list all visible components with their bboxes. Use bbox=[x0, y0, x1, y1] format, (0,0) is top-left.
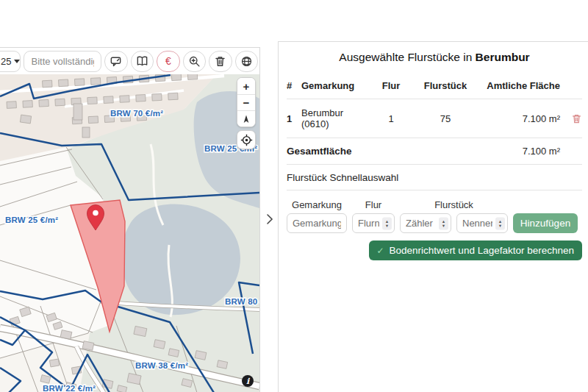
col-header-flurstueck: Flurstück bbox=[412, 76, 479, 99]
parcel-table: # Gemarkung Flur Flurstück Amtliche Fläc… bbox=[287, 76, 582, 99]
book-icon bbox=[136, 55, 148, 68]
page-title: Ausgewählte Flurstücke in Berumbur bbox=[287, 51, 582, 64]
address-search-input[interactable] bbox=[31, 56, 94, 67]
brw-label-22: BRW 22 €/m² bbox=[43, 384, 96, 392]
total-area-row: Gesamtfläche 7.100 m² bbox=[287, 138, 582, 164]
row-flur: 1 bbox=[370, 105, 412, 132]
label-flurstueck: Flurstück bbox=[400, 199, 508, 213]
col-header-num: # bbox=[287, 76, 301, 99]
zoom-search-button[interactable] bbox=[183, 51, 206, 72]
gemarkung-input[interactable] bbox=[287, 213, 347, 233]
bodenrichtwert-euro-button[interactable]: € bbox=[157, 51, 179, 72]
chevron-right-icon bbox=[265, 212, 275, 227]
col-header-flaeche: Amtliche Fläche bbox=[479, 76, 560, 99]
atlas-button[interactable] bbox=[131, 51, 154, 72]
map-tooltip-icon bbox=[110, 55, 122, 68]
trash-icon bbox=[571, 113, 582, 124]
zoom-in-button[interactable]: + bbox=[237, 78, 255, 94]
zoom-in-magnifier-icon bbox=[188, 55, 201, 68]
total-area-label: Gesamtfläche bbox=[287, 146, 352, 157]
label-gemarkung: Gemarkung bbox=[287, 199, 347, 213]
brw-label-25-left: BRW 25 €/m² bbox=[5, 215, 58, 224]
map-panel: 25 € bbox=[0, 47, 260, 392]
delete-row-button[interactable] bbox=[560, 105, 582, 132]
table-row: 1 Berumbur (0610) 1 75 7.100 m² bbox=[287, 99, 582, 138]
map-toolbar: 25 € bbox=[0, 48, 259, 74]
label-flur: Flur bbox=[352, 199, 395, 213]
flurstueck-panel: Ausgewählte Flurstücke in Berumbur # Gem… bbox=[278, 41, 588, 392]
quick-select-form-labels: Gemarkung Flur Flurstück bbox=[287, 199, 582, 213]
brw-label-70: BRW 70 €/m² bbox=[110, 109, 163, 118]
locate-target-icon bbox=[240, 134, 253, 146]
trash-icon bbox=[214, 55, 226, 68]
zoom-level-select[interactable]: 25 bbox=[0, 51, 21, 72]
row-gemarkung: Berumbur (0610) bbox=[301, 99, 370, 138]
brw-label-80: BRW 80 € bbox=[225, 297, 259, 306]
title-city: Berumbur bbox=[476, 51, 530, 63]
zoom-out-button[interactable]: − bbox=[237, 94, 255, 110]
row-flaeche: 7.100 m² bbox=[479, 105, 560, 132]
row-flurstueck: 75 bbox=[412, 105, 479, 132]
check-icon: ✓ bbox=[377, 246, 384, 256]
number-stepper-icon[interactable]: ▲▼ bbox=[439, 217, 448, 229]
col-header-gemarkung: Gemarkung bbox=[301, 76, 370, 99]
geolocate-button[interactable] bbox=[237, 130, 256, 149]
row-num: 1 bbox=[287, 105, 301, 132]
map-canvas[interactable]: BRW 70 €/m² BRW 25 €/m² BRW 25 €/m² BRW … bbox=[0, 74, 259, 392]
number-stepper-icon[interactable]: ▲▼ bbox=[382, 217, 392, 229]
address-search-field[interactable] bbox=[24, 51, 101, 72]
add-parcel-button[interactable]: Hinzufügen bbox=[513, 213, 578, 233]
number-stepper-icon[interactable]: ▲▼ bbox=[495, 217, 505, 229]
chevron-down-icon bbox=[14, 60, 20, 63]
basemap-button[interactable] bbox=[235, 51, 258, 72]
euro-icon: € bbox=[165, 55, 171, 67]
col-header-flur: Flur bbox=[370, 76, 412, 99]
calculate-button-label: Bodenrichtwert und Lagefaktor berechnen bbox=[390, 245, 574, 256]
quick-select-form: ▲▼ ▲▼ ▲▼ Hinzufügen bbox=[287, 213, 582, 233]
panel-collapse-button[interactable] bbox=[265, 212, 275, 227]
compass-needle-icon bbox=[240, 113, 252, 125]
title-prefix: Ausgewählte Flurstücke in bbox=[339, 51, 475, 63]
feature-info-button[interactable] bbox=[104, 51, 127, 72]
quick-select-heading: Flurstück Schnellauswahl bbox=[287, 165, 582, 190]
brw-label-38: BRW 38 €/m² bbox=[135, 361, 188, 370]
globe-icon bbox=[240, 55, 253, 68]
map-attribution-info-button[interactable]: i bbox=[242, 375, 254, 387]
calculate-button[interactable]: ✓ Bodenrichtwert und Lagefaktor berechne… bbox=[369, 240, 582, 260]
compass-reset-button[interactable] bbox=[237, 110, 255, 126]
zoom-level-value: 25 bbox=[1, 56, 11, 67]
total-area-value: 7.100 m² bbox=[523, 146, 560, 157]
map-viewport: BRW 70 €/m² BRW 25 €/m² BRW 25 €/m² BRW … bbox=[0, 74, 259, 392]
map-zoom-controls: + − bbox=[237, 77, 256, 127]
clear-selection-button[interactable] bbox=[209, 51, 232, 72]
